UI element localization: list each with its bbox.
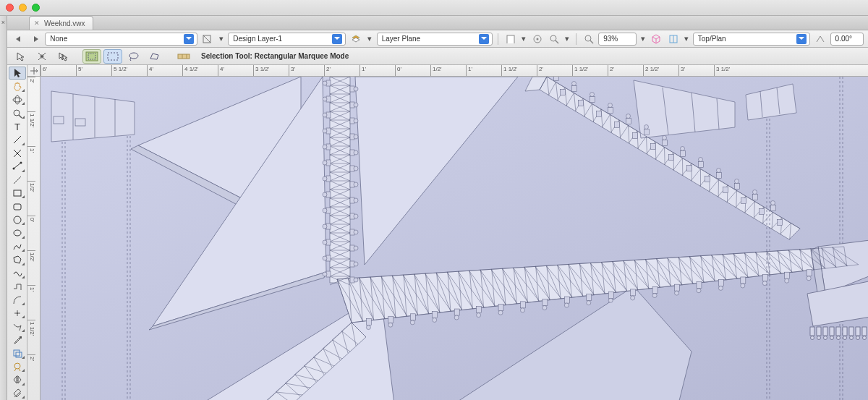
palette-grip[interactable]: × [0,16,7,400]
look-at-icon[interactable] [530,33,544,46]
svg-rect-560 [388,316,393,323]
chevron-down-icon[interactable]: ▾ [563,33,571,46]
mode-polygon-icon[interactable] [145,49,164,64]
svg-rect-76 [836,327,841,336]
visibility-tool[interactable] [9,346,26,359]
svg-point-42 [14,363,20,369]
paint-bucket-tool[interactable] [9,387,26,400]
chevron-down-icon[interactable]: ▾ [521,33,528,46]
svg-line-10 [656,37,660,39]
mirror-tool[interactable] [9,373,26,386]
ruler-tick: 3' [289,65,324,76]
zoom-icon[interactable] [582,33,595,46]
dimension-tool[interactable] [9,320,26,333]
projection-icon[interactable] [666,33,680,46]
vertical-ruler[interactable]: 2'1 1/2'1'1/2'0'1/2'1'1 1/2'2' [27,77,41,400]
zoom-window-button[interactable] [32,4,40,12]
arc-tool[interactable] [9,174,26,187]
circle-tool[interactable] [9,213,26,226]
polygon-tool[interactable] [9,253,26,266]
rounded-rect-tool[interactable] [9,200,26,213]
svg-point-531 [323,176,327,181]
svg-point-69 [811,336,814,340]
next-view-button[interactable] [28,33,42,46]
ruler-tick: 1' [27,146,35,181]
svg-point-607 [590,93,595,97]
svg-rect-39 [20,336,22,339]
working-plane-icon[interactable] [813,33,827,46]
ruler-origin[interactable] [27,65,41,77]
minimize-window-button[interactable] [19,4,27,12]
svg-point-541 [354,214,358,218]
svg-rect-53 [75,119,85,126]
eyedropper-tool[interactable] [9,333,26,346]
attribute-mapping-tool[interactable] [9,360,26,373]
layer-options-icon[interactable] [349,33,362,46]
svg-rect-40 [14,350,20,356]
ruler-tick: 2 1/2' [643,65,678,76]
saved-view-icon[interactable] [503,33,517,46]
chevron-down-icon[interactable]: ▾ [683,33,690,46]
plane-dropdown[interactable]: Layer Plane [377,33,493,46]
svg-rect-80 [849,327,854,336]
flyover-tool[interactable] [9,93,26,106]
svg-point-533 [354,182,358,187]
chevron-down-icon[interactable]: ▾ [639,33,647,46]
drawing-canvas[interactable] [41,77,868,400]
ruler-tick: 1/2' [430,65,466,76]
polyline-tool[interactable] [9,240,26,253]
svg-rect-52 [54,116,64,124]
ruler-tick: 3 1/2' [714,65,749,76]
svg-rect-15 [86,52,98,61]
fit-icon[interactable] [547,33,561,46]
close-window-button[interactable] [6,4,14,12]
horizontal-ruler[interactable]: 6'5'5 1/2'4'4 1/2'4'3 1/2'3'2'1'0'1/2'1'… [41,65,868,77]
selection-tool[interactable] [9,67,26,80]
svg-point-613 [626,114,631,119]
ruler-tick: 1 1/2' [27,320,35,354]
mode-status-text: Selection Tool: Rectangular Marquee Mode [201,52,349,60]
locus-tool[interactable] [9,307,26,320]
chevron-down-icon[interactable]: ▾ [365,33,374,46]
mode-single-icon[interactable] [12,49,30,64]
svg-rect-596 [785,272,790,278]
render-mode-icon[interactable] [650,33,663,46]
previous-view-button[interactable] [12,33,25,46]
class-options-icon[interactable] [200,33,214,46]
double-line-tool[interactable] [9,160,26,173]
svg-point-551 [323,256,327,260]
rotation-field[interactable]: 0.00° [830,33,864,46]
text-tool[interactable]: T [9,120,26,133]
ellipse-tool[interactable] [9,226,26,239]
line-tool[interactable] [9,133,26,146]
document-tab[interactable]: ✕ Weeknd.vwx [29,16,93,30]
chevron-down-icon [184,34,194,44]
zoom-field[interactable]: 93% [598,33,637,46]
svg-line-1 [203,35,210,43]
class-dropdown[interactable]: None [45,33,197,46]
chevron-down-icon[interactable]: ▾ [217,33,226,46]
zoom-tool[interactable] [9,106,26,119]
mode-multi-icon[interactable] [54,49,72,64]
view-dropdown[interactable]: Top/Plan [693,33,811,46]
close-tab-icon[interactable]: ✕ [34,20,40,27]
pan-tool[interactable] [9,80,26,93]
mode-marquee-icon[interactable] [103,49,122,64]
svg-rect-582 [631,289,636,296]
mode-lasso-interactive-icon[interactable] [82,49,101,64]
quarter-arc-tool[interactable] [9,293,26,306]
ruler-tick: 6' [41,65,76,76]
mode-wall-icon[interactable] [174,49,193,64]
cross-tool[interactable] [9,147,26,160]
spiral-tool[interactable] [9,280,26,293]
mode-disjoint-icon[interactable] [33,49,51,64]
svg-point-583 [631,296,635,300]
layer-dropdown[interactable]: Design Layer-1 [228,33,346,46]
svg-rect-620 [669,155,674,161]
svg-point-511 [323,97,327,101]
view-dropdown-label: Top/Plan [698,35,726,43]
mode-lasso-icon[interactable] [124,49,143,64]
rectangle-tool[interactable] [9,187,26,200]
svg-point-604 [572,82,576,86]
freehand-tool[interactable] [9,267,26,280]
